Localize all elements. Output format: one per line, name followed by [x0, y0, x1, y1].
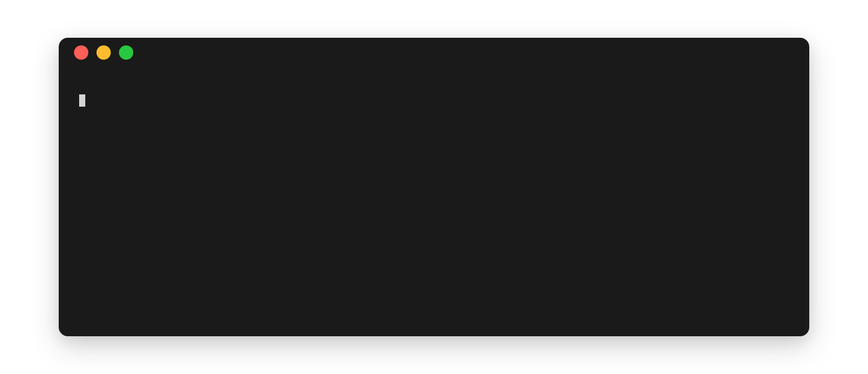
- minimize-button[interactable]: [97, 45, 111, 60]
- terminal-line: [79, 93, 789, 108]
- cursor-icon: [79, 94, 85, 107]
- terminal-body[interactable]: [59, 67, 809, 336]
- terminal-window: [59, 38, 809, 336]
- titlebar: [59, 38, 809, 67]
- maximize-button[interactable]: [119, 45, 133, 60]
- close-button[interactable]: [74, 45, 88, 60]
